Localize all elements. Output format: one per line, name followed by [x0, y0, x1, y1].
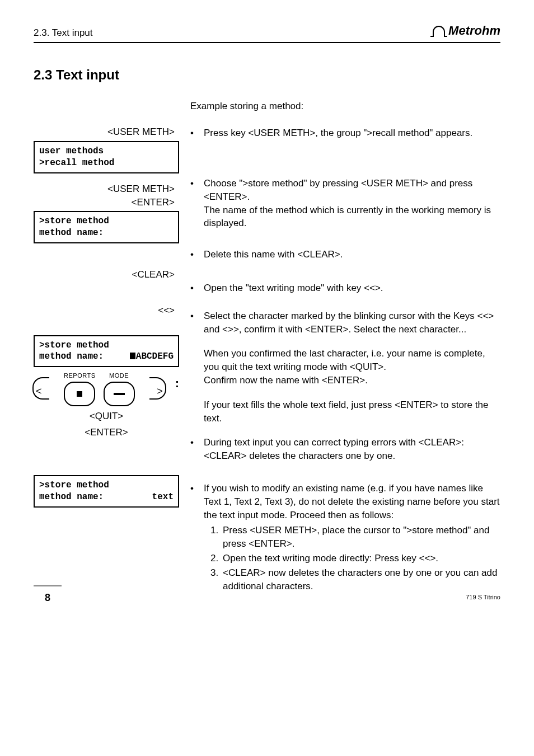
bullet-6: • During text input you can correct typi… — [190, 436, 500, 463]
lcd-display-1: user methods >recall method — [34, 141, 179, 173]
key-enter-2: <ENTER> — [34, 426, 179, 439]
keypad-reports-label: REPORTS — [64, 372, 95, 380]
lcd-display-4: >store method method name:text — [34, 475, 179, 508]
footer-doc-ref: 719 S Titrino — [466, 593, 500, 602]
list-item: 1.Press <USER METH>, place the cursor to… — [210, 524, 500, 551]
bullet-4: • Open the "text writing mode" with key … — [190, 281, 500, 295]
section-title-text: Text input — [56, 67, 119, 82]
lcd-display-2: >store method method name: — [34, 211, 179, 243]
example-intro: Example storing a method: — [190, 100, 500, 113]
page-number: 8 — [34, 585, 62, 609]
bullet-3-text: Delete this name with <CLEAR>. — [204, 248, 500, 261]
key-enter-1: <ENTER> — [34, 196, 179, 209]
half-key-right: > — [149, 377, 166, 400]
bullet-3: • Delete this name with <CLEAR>. — [190, 248, 500, 261]
bullet-2: • Choose ">store method" by pressing <US… — [190, 177, 500, 230]
list-item: 2.Open the text writing mode directly: P… — [210, 552, 500, 565]
bullet-7-list: 1.Press <USER METH>, place the cursor to… — [204, 524, 500, 593]
keypad-mode-label: MODE — [109, 372, 129, 380]
reports-button — [64, 382, 95, 406]
mode-button — [104, 382, 135, 406]
bullet-5: • Select the character marked by the bli… — [190, 309, 500, 425]
bullet-5-p1: Select the character marked by the blink… — [204, 309, 500, 336]
keypad-illustration: < REPORTS MODE > : — [34, 372, 179, 406]
bullet-5-p2: When you confirmed the last character, i… — [204, 347, 500, 387]
page-header: 2.3. Text input Metrohm — [34, 22, 500, 43]
left-column: <USER METH> user methods >recall method … — [34, 100, 179, 604]
bullet-5-p3: If your text fills the whole text field,… — [204, 398, 500, 425]
omega-icon — [433, 26, 445, 36]
brand-logo: Metrohm — [433, 22, 500, 40]
section-heading: 2.3 Text input — [34, 65, 500, 84]
bullet-4-text: Open the "text writing mode" with key <<… — [204, 281, 500, 295]
bullet-7: • If you wish to modify an existing name… — [190, 482, 500, 594]
key-user-meth-1: <USER METH> — [34, 125, 179, 139]
section-number: 2.3 — [34, 67, 52, 82]
bullet-6-text: During text input you can correct typing… — [204, 436, 500, 463]
colon-icon: : — [175, 375, 179, 392]
right-column: Example storing a method: • Press key <U… — [190, 100, 500, 604]
page-footer: 8 719 S Titrino — [34, 585, 500, 609]
header-section-ref: 2.3. Text input — [34, 26, 93, 40]
key-clear: <CLEAR> — [34, 268, 179, 281]
brand-name: Metrohm — [448, 22, 500, 40]
bullet-2-text: Choose ">store method" by pressing <USER… — [204, 177, 500, 230]
bullet-1-text: Press key <USER METH>, the group ">recal… — [204, 126, 500, 140]
half-key-left: < — [32, 377, 49, 400]
bullet-1: • Press key <USER METH>, the group ">rec… — [190, 126, 500, 140]
lcd-display-3: >store method method name:ABCDEFG — [34, 335, 179, 368]
bullet-7-intro: If you wish to modify an existing name (… — [204, 482, 500, 522]
key-left-arrow: <<> — [34, 304, 179, 317]
key-user-meth-2: <USER METH> — [34, 182, 179, 196]
key-quit: <QUIT> — [34, 410, 179, 423]
